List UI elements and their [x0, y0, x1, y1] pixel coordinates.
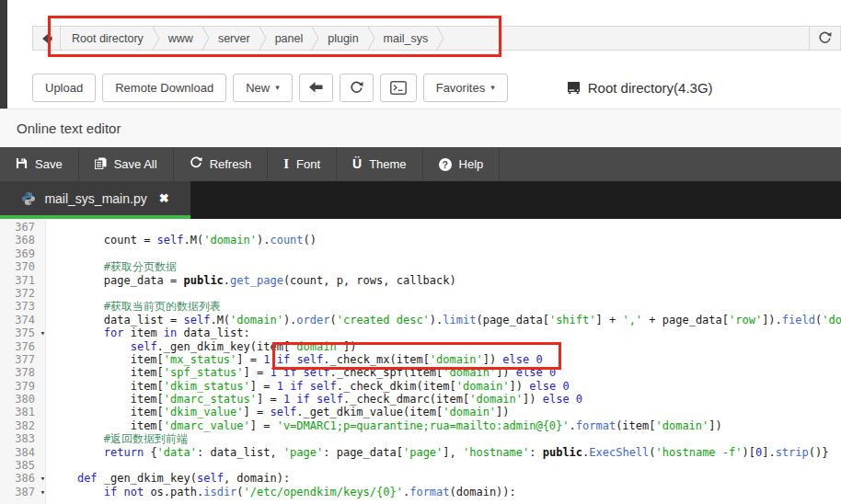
line-number: 384 — [0, 446, 35, 459]
code-line-377: 377 item['mx_status'] = 1 if self._check… — [0, 353, 841, 366]
disk-usage-label: Root directory(4.3G) — [588, 80, 713, 96]
code-line-374: 374 data_list = self.M('domain').order('… — [0, 314, 841, 326]
help-icon: ? — [439, 157, 452, 171]
code-line-381: 381 item['dkim_value'] = self._get_dkim_… — [0, 406, 841, 418]
code-text: return {'data': data_list, 'page': page_… — [51, 446, 828, 459]
line-number: 386 — [0, 472, 35, 485]
back-button[interactable] — [299, 74, 333, 102]
file-manager-toolbar: Upload Remote Download New ▾ Favorite — [32, 73, 841, 102]
back-arrow-icon — [309, 82, 323, 93]
save-all-icon — [95, 157, 107, 172]
editor-menu-label: Theme — [369, 157, 406, 171]
editor-menu-label: Save All — [114, 157, 157, 171]
fold-gutter — [35, 234, 51, 246]
code-line-379: 379 item['dkim_status'] = 1 if self._che… — [0, 380, 841, 393]
editor-menu-save-all-button[interactable]: Save All — [79, 147, 174, 181]
code-line-386: 386▾ def _gen_dkim_key(self, domain): — [0, 472, 841, 485]
code-line-378: 378 item['spf_status'] = 1 if self._chec… — [0, 366, 841, 379]
fold-gutter — [35, 340, 51, 353]
upload-button[interactable]: Upload — [32, 74, 96, 102]
code-line-370: 370 #获取分页数据 — [0, 260, 841, 273]
terminal-icon — [390, 81, 407, 95]
breadcrumb-item-server[interactable]: server — [218, 32, 250, 45]
terminal-button[interactable] — [380, 74, 417, 102]
fold-gutter — [35, 287, 51, 300]
breadcrumb-refresh-button[interactable] — [809, 27, 840, 50]
refresh-icon — [190, 156, 202, 172]
breadcrumb-chevron-icon — [367, 27, 375, 50]
editor-header: Online text editor — [0, 109, 841, 147]
close-tab-icon[interactable]: ✖ — [159, 191, 169, 205]
line-number: 377 — [0, 353, 35, 366]
breadcrumb-item-plugin[interactable]: plugin — [328, 32, 358, 45]
line-number: 380 — [0, 393, 35, 406]
code-line-368: 368 count = self.M('domain').count() — [0, 234, 841, 246]
code-line-375: 375▾ for item in data_list: — [0, 326, 841, 339]
new-button[interactable]: New ▾ — [233, 74, 293, 102]
favorites-button[interactable]: Favorites ▾ — [423, 74, 508, 102]
collapse-path-button[interactable] — [33, 27, 61, 50]
editor-menu-theme-button[interactable]: ÜTheme — [337, 147, 423, 181]
fold-arrow-icon[interactable]: ▾ — [35, 486, 51, 498]
code-text: count = self.M('domain').count() — [51, 234, 317, 246]
line-number: 382 — [0, 419, 35, 432]
line-number: 378 — [0, 366, 35, 379]
code-line-372: 372 — [0, 287, 841, 300]
breadcrumb-item-www[interactable]: www — [168, 32, 193, 45]
breadcrumb-item-mail-sys[interactable]: mail_sys — [384, 32, 429, 45]
code-text: page_data = public.get_page(count, p, ro… — [51, 274, 456, 287]
line-number: 371 — [0, 274, 35, 287]
fold-gutter — [35, 274, 51, 287]
code-text: for item in data_list: — [51, 326, 250, 339]
breadcrumb-item-panel[interactable]: panel — [275, 32, 304, 45]
fold-arrow-icon[interactable]: ▾ — [35, 472, 51, 485]
code-line-371: 371 page_data = public.get_page(count, p… — [0, 274, 841, 287]
code-line-383: 383 #返回数据到前端 — [0, 432, 841, 445]
code-text: if not os.path.isdir('/etc/opendkim/keys… — [51, 486, 516, 498]
line-number: 385 — [0, 459, 35, 472]
code-line-382: 382 item['dmarc_value'] = 'v=DMARC1;p=qu… — [0, 419, 841, 432]
fold-gutter — [35, 221, 51, 234]
line-number: 368 — [0, 234, 35, 246]
code-text: item['dkim_value'] = self._get_dkim_valu… — [51, 406, 510, 418]
code-text: item['spf_status'] = 1 if self._check_sp… — [51, 366, 556, 379]
editor-menu-help-button[interactable]: ?Help — [423, 147, 501, 181]
breadcrumb-item-root-directory[interactable]: Root directory — [72, 32, 144, 45]
code-text: item['dmarc_status'] = 1 if self._check_… — [51, 393, 582, 406]
fold-gutter — [35, 314, 51, 326]
code-text: #获取分页数据 — [51, 260, 177, 273]
tab-mail-sys-main-py[interactable]: mail_sys_main.py ✖ — [0, 181, 190, 215]
editor-menu-bar: SaveSave AllRefreshIFontÜTheme?Help — [0, 147, 841, 181]
fold-arrow-icon[interactable]: ▾ — [35, 326, 51, 339]
line-number: 379 — [0, 380, 35, 393]
tab-filename: mail_sys_main.py — [44, 191, 146, 206]
editor-menu-refresh-button[interactable]: Refresh — [174, 147, 269, 181]
hard-drive-icon — [566, 80, 582, 96]
fold-gutter — [35, 300, 51, 313]
favorites-button-label: Favorites — [436, 81, 485, 95]
code-line-369: 369 — [0, 247, 841, 260]
line-number: 383 — [0, 432, 35, 445]
fold-gutter — [35, 260, 51, 273]
breadcrumb-items: Root directorywwwserverpanelpluginmail_s… — [61, 27, 453, 50]
new-button-label: New — [246, 81, 270, 95]
editor-menu-label: Save — [35, 157, 63, 171]
breadcrumb-chevron-icon — [259, 27, 267, 50]
editor-menu-save-button[interactable]: Save — [0, 147, 79, 181]
current-disk-info[interactable]: Root directory(4.3G) — [566, 80, 713, 96]
editor-menu-font-button[interactable]: IFont — [268, 147, 337, 181]
refresh-icon — [818, 31, 832, 45]
file-manager-editor-screen: Root directorywwwserverpanelpluginmail_s… — [0, 0, 841, 504]
sidebar-edge — [0, 0, 7, 109]
fold-gutter — [35, 432, 51, 445]
refresh-icon — [350, 81, 363, 95]
refresh-button[interactable] — [340, 74, 374, 102]
fold-gutter — [35, 380, 51, 393]
code-line-373: 373 #获取当前页的数据列表 — [0, 300, 841, 313]
line-number: 369 — [0, 247, 35, 260]
line-number: 367 — [0, 221, 35, 234]
remote-download-button[interactable]: Remote Download — [102, 74, 226, 102]
editor-menu-label: Refresh — [210, 157, 252, 171]
editor-menu-label: Font — [296, 157, 320, 171]
code-editor[interactable]: 367368 count = self.M('domain').count()3… — [0, 219, 841, 504]
